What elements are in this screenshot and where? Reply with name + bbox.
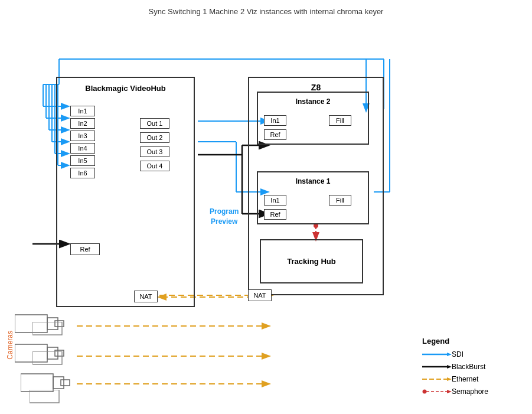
camera-screen-2 [32,351,65,366]
svg-marker-62 [447,390,452,393]
instance1-in1: In1 [264,195,286,206]
svg-rect-53 [30,390,59,403]
instance2-box: Instance 2 In1 Fill Ref [257,92,369,145]
input-port-in5: In5 [70,155,95,166]
svg-marker-59 [447,377,452,381]
videohub-label: Blackmagic VideoHub [85,84,165,93]
legend-item-semaphore: Semaphore [422,387,511,396]
legend-title: Legend [422,337,511,345]
svg-marker-57 [447,365,452,369]
instance2-ref: Ref [264,129,286,140]
videohub-nat: NAT [134,291,158,302]
instance2-label: Instance 2 [296,97,331,106]
input-port-in6: In6 [70,168,95,178]
output-port-out1: Out 1 [140,118,169,129]
tracking-hub-label: Tracking Hub [287,257,335,266]
svg-marker-55 [447,353,452,356]
camera-screen-3 [30,390,62,405]
output-port-out3: Out 3 [140,146,169,157]
tracking-hub-box: Tracking Hub [260,239,363,283]
input-port-in3: In3 [70,131,95,141]
legend-box: Legend SDI BlackBurst Ethernet [413,331,520,406]
legend-item-sdi: SDI [422,350,511,358]
svg-rect-45 [32,322,62,335]
instance1-box: Instance 1 In1 Fill Ref [257,171,369,224]
output-port-out2: Out 2 [140,132,169,143]
legend-ethernet-label: Ethernet [452,375,478,383]
blackburst-line-icon [422,363,452,371]
z8-label: Z8 [311,83,321,92]
svg-rect-50 [21,374,53,392]
camera-screen-1 [32,322,65,337]
program-preview-label: Program Preview [210,207,239,227]
ethernet-line-icon [422,375,452,383]
svg-rect-49 [32,351,62,364]
legend-item-blackburst: BlackBurst [422,363,511,371]
legend-blackburst-label: BlackBurst [452,363,485,371]
z8-nat: NAT [248,289,272,301]
svg-rect-51 [53,377,64,389]
output-port-out4: Out 4 [140,161,169,171]
input-port-in1: In1 [70,106,95,116]
instance2-in1: In1 [264,115,286,126]
page-title: Sync Switching 1 Machine 2 Viz instances… [149,7,384,16]
videohub-box: Blackmagic VideoHub In1 In2 In3 In4 In5 … [56,77,195,307]
cameras-label: Cameras [6,331,14,360]
sdi-line-icon [422,350,452,358]
legend-semaphore-label: Semaphore [452,387,488,396]
instance1-label: Instance 1 [296,177,331,185]
legend-sdi-label: SDI [452,350,464,358]
semaphore-line-icon [422,387,452,396]
legend-item-ethernet: Ethernet [422,375,511,383]
instance1-fill: Fill [329,195,351,206]
input-port-in2: In2 [70,118,95,129]
svg-rect-52 [61,380,70,386]
videohub-ref: Ref [70,243,100,255]
input-port-in4: In4 [70,143,95,154]
svg-point-60 [423,390,427,394]
instance2-fill: Fill [329,115,351,126]
instance1-ref: Ref [264,209,286,220]
